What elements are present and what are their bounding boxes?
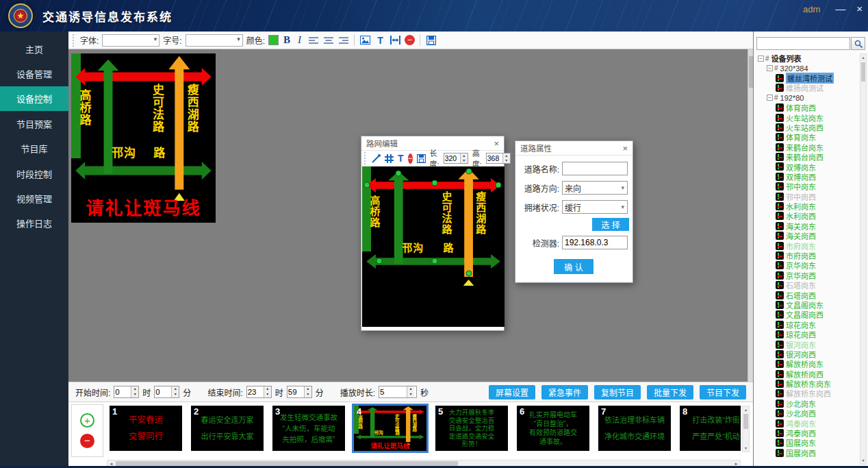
- scrollbar-thumb[interactable]: [861, 62, 865, 82]
- device-tree-node-设备列表[interactable]: −#设备列表: [754, 53, 860, 63]
- playlist-vertical-scrollbar[interactable]: ▴ ▾: [742, 406, 750, 452]
- device-tree-item-文昌阁岗东[interactable]: 文昌阁岗东: [754, 300, 860, 310]
- duration-stepper[interactable]: ▴▾: [379, 386, 417, 398]
- height-input[interactable]: [487, 153, 502, 163]
- tree-expander-icon[interactable]: −: [767, 65, 773, 71]
- program-thumbnail-6[interactable]: 6扎实开展电动车“百日整治”，有效预防道路交通事故。: [517, 406, 589, 451]
- device-tree-item-维扬岗测试[interactable]: 维扬岗测试: [754, 83, 860, 93]
- road-name-input[interactable]: [562, 162, 628, 175]
- scroll-up-icon[interactable]: ▴: [743, 406, 749, 413]
- scroll-down-icon[interactable]: ▾: [860, 457, 866, 464]
- road-editor-canvas[interactable]: 高桥路史可法路瘦西湖路邗沟路: [362, 167, 505, 327]
- start-hour-input[interactable]: [114, 386, 131, 397]
- device-tree-item-琼花岗东[interactable]: 琼花岗东: [754, 320, 860, 330]
- device-tree-item-来鹤台岗东[interactable]: 来鹤台岗东: [754, 143, 860, 152]
- program-thumbnail-8[interactable]: 8打击改装“炸街严查严处“机动: [680, 406, 741, 451]
- device-tree-item-解放桥岗东[interactable]: 解放桥岗东: [754, 359, 860, 369]
- device-tree-item-双博岗西[interactable]: 双博岗西: [754, 172, 860, 182]
- user-label[interactable]: adm: [803, 4, 820, 14]
- action-button-批量下发[interactable]: 批量下发: [647, 385, 693, 399]
- device-tree-item-国展岗东[interactable]: 国展岗东: [754, 438, 860, 447]
- program-thumbnail-1[interactable]: 1平安春运交警同行: [110, 406, 182, 451]
- device-tree-node-320*384[interactable]: −#320*384: [754, 63, 860, 73]
- device-tree-item-银河岗东[interactable]: 银河岗东: [754, 339, 860, 349]
- end-minute-stepper[interactable]: ▴▾: [287, 386, 312, 398]
- length-stepper[interactable]: ▴▾: [444, 153, 468, 164]
- display-preview[interactable]: 高桥路史可法路瘦西湖路邗沟路请礼让斑马线: [71, 53, 216, 223]
- scrollbar-thumb[interactable]: [116, 461, 458, 466]
- sidebar-item-设备控制[interactable]: 设备控制: [0, 86, 68, 111]
- end-minute-input[interactable]: [288, 386, 304, 397]
- device-tree-item-解放桥东岗西[interactable]: 解放桥东岗西: [754, 389, 860, 398]
- action-button-节目下发[interactable]: 节目下发: [700, 385, 746, 399]
- action-button-复制节目[interactable]: 复制节目: [594, 385, 641, 399]
- height-stepper[interactable]: ▴▾: [486, 153, 511, 164]
- device-tree-item-海关岗东[interactable]: 海关岗东: [754, 221, 860, 231]
- device-tree-item-来鹤台岗西[interactable]: 来鹤台岗西: [754, 152, 860, 162]
- sidebar-item-节目预案[interactable]: 节目预案: [0, 111, 68, 136]
- action-button-紧急事件[interactable]: 紧急事件: [541, 385, 588, 399]
- sidebar-item-操作日志[interactable]: 操作日志: [0, 211, 68, 236]
- congestion-select[interactable]: 缓行: [562, 200, 628, 214]
- tree-expander-icon[interactable]: −: [767, 95, 773, 101]
- device-panel-scrollbar[interactable]: ▴ ▾: [860, 53, 867, 465]
- end-hour-input[interactable]: [247, 386, 264, 397]
- device-tree-item-银河岗西[interactable]: 银河岗西: [754, 349, 860, 359]
- road-node-handle[interactable]: [396, 171, 402, 177]
- font-size-select[interactable]: [186, 34, 243, 47]
- detector-input[interactable]: [562, 236, 628, 249]
- device-tree-item-解放桥岗西[interactable]: 解放桥岗西: [754, 369, 860, 379]
- device-tree-item-市府岗西[interactable]: 市府岗西: [754, 251, 860, 260]
- device-tree-item-解放桥东岗东[interactable]: 解放桥东岗东: [754, 379, 860, 389]
- device-tree-item-石塔岗东[interactable]: 石塔岗东: [754, 280, 860, 290]
- device-tree-item-京华岗东[interactable]: 京华岗东: [754, 260, 860, 270]
- device-tree-item-火车站岗西[interactable]: 火车站岗西: [754, 123, 860, 132]
- minimize-button[interactable]: —: [835, 3, 845, 15]
- sidebar-item-时段控制[interactable]: 时段控制: [0, 161, 68, 186]
- device-tree-node-192*80[interactable]: −#192*80: [754, 93, 860, 103]
- device-tree-item-文昌阁岗西[interactable]: 文昌阁岗西: [754, 310, 860, 319]
- editor-save-icon[interactable]: [417, 153, 426, 164]
- device-tree-item-沙北岗西[interactable]: 沙北岗西: [754, 408, 860, 418]
- sidebar-item-设备管理[interactable]: 设备管理: [0, 61, 68, 86]
- device-tree-item-火车站岗东[interactable]: 火车站岗东: [754, 112, 860, 122]
- device-tree-item-海关岗西[interactable]: 海关岗西: [754, 231, 860, 241]
- device-tree-item-水利岗东[interactable]: 水利岗东: [754, 201, 860, 211]
- sidebar-item-视频管理[interactable]: 视频管理: [0, 186, 68, 210]
- sidebar-item-主页[interactable]: 主页: [0, 36, 68, 61]
- device-tree-item-鸿泰岗西[interactable]: 鸿泰岗西: [754, 428, 860, 438]
- road-node-handle[interactable]: [364, 182, 370, 188]
- tree-expander-icon[interactable]: −: [758, 56, 764, 62]
- road-direction-select[interactable]: 来向: [562, 181, 628, 195]
- program-thumbnail-2[interactable]: 2春运安全连万家出行平安靠大家: [191, 406, 264, 451]
- road-node-handle[interactable]: [465, 271, 472, 277]
- italic-button[interactable]: I: [295, 34, 304, 46]
- duration-input[interactable]: [379, 386, 407, 397]
- editor-text-tool-icon[interactable]: T: [398, 153, 404, 164]
- scroll-up-icon[interactable]: ▴: [860, 54, 866, 61]
- editor-toolbar-grip[interactable]: [364, 152, 366, 164]
- save-icon[interactable]: [425, 34, 437, 46]
- start-minute-input[interactable]: [155, 386, 171, 397]
- road-props-close-icon[interactable]: ×: [622, 143, 628, 153]
- road-node-handle[interactable]: [376, 258, 382, 264]
- scroll-down-icon[interactable]: ▾: [743, 445, 749, 452]
- road-node-handle[interactable]: [432, 258, 438, 264]
- program-thumbnail-4[interactable]: 4高桥路史可法路瘦西湖路邗沟路请礼让斑马线: [354, 406, 426, 451]
- road-node-handle[interactable]: [495, 182, 501, 188]
- device-tree-item-螺丝湾桥测试[interactable]: 螺丝湾桥测试: [754, 73, 860, 83]
- program-thumbnail-5[interactable]: 5大力开展秋冬季交通安全整治百日会战，全力稳定道路交通安全形势！: [435, 406, 508, 451]
- color-swatch[interactable]: [268, 35, 279, 45]
- device-tree-item-琼花岗西[interactable]: 琼花岗西: [754, 330, 860, 339]
- device-tree-item-体育岗东[interactable]: 体育岗东: [754, 132, 860, 142]
- close-button[interactable]: ×: [856, 3, 863, 15]
- add-program-button[interactable]: +: [80, 413, 94, 428]
- device-tree-item-体育岗西[interactable]: 体育岗西: [754, 103, 860, 112]
- align-center-icon[interactable]: [322, 34, 334, 46]
- toolbar-grip-handle[interactable]: [73, 34, 75, 47]
- remove-program-button[interactable]: −: [80, 434, 94, 448]
- text-tool-icon[interactable]: T: [374, 34, 386, 46]
- add-road-icon[interactable]: [385, 153, 394, 164]
- device-search-input[interactable]: [756, 37, 850, 50]
- sidebar-item-节目库[interactable]: 节目库: [0, 136, 68, 161]
